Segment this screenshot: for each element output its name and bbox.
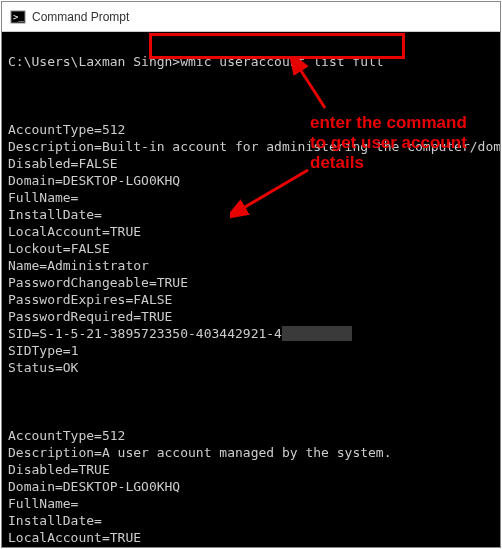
prompt-cwd: C:\Users\Laxman Singh> — [8, 54, 180, 69]
sid-censored: xxxx xxx — [282, 326, 352, 341]
window-title: Command Prompt — [32, 10, 129, 24]
blank-line — [8, 105, 16, 120]
account-block: AccountType=512 Description=A user accou… — [8, 427, 494, 547]
svg-text:>_: >_ — [13, 12, 24, 22]
blank-line — [8, 394, 16, 409]
cmd-icon: >_ — [10, 9, 26, 25]
titlebar[interactable]: >_ Command Prompt — [2, 2, 500, 32]
prompt-command: wmic useraccount list full — [180, 54, 384, 69]
terminal-output[interactable]: C:\Users\Laxman Singh>wmic useraccount l… — [2, 32, 500, 547]
command-prompt-window: >_ Command Prompt C:\Users\Laxman Singh>… — [1, 1, 501, 548]
account-block: AccountType=512 Description=Built-in acc… — [8, 121, 494, 376]
blank-line — [8, 411, 16, 426]
blank-line — [8, 88, 16, 103]
